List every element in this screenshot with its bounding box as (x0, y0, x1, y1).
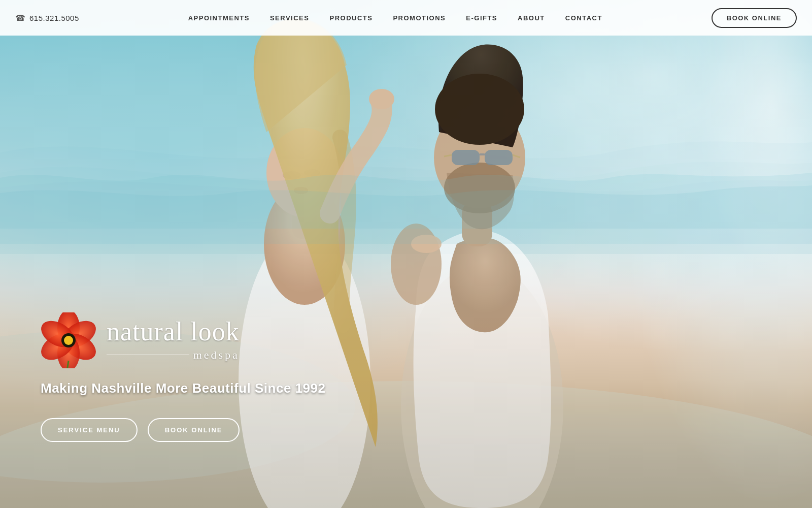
cta-buttons: SERVICE MENU BOOK ONLINE (41, 418, 240, 442)
nav-products[interactable]: PRODUCTS (329, 14, 373, 22)
nav-about[interactable]: ABOUT (518, 14, 545, 22)
svg-rect-16 (452, 150, 480, 165)
site-header: ☎ 615.321.5005 APPOINTMENTS SERVICES PRO… (0, 0, 812, 36)
nav-promotions[interactable]: PROMOTIONS (393, 14, 446, 22)
svg-point-10 (369, 89, 394, 109)
logo-area: natural look medspa Making Nashville Mor… (41, 312, 325, 396)
phone-number: 615.321.5005 (29, 14, 79, 22)
hero-section: natural look medspa Making Nashville Mor… (0, 0, 812, 508)
svg-rect-17 (485, 150, 513, 165)
header-book-online-button[interactable]: BOOK ONLINE (712, 8, 797, 28)
header-left: ☎ 615.321.5005 (15, 13, 79, 23)
logo-row: natural look medspa (41, 312, 240, 368)
nav-services[interactable]: SERVICES (270, 14, 310, 22)
nav-egifts[interactable]: E-GIFTS (466, 14, 497, 22)
logo-sub-text: medspa (193, 348, 240, 362)
poppy-icon (41, 312, 96, 368)
main-nav: APPOINTMENTS SERVICES PRODUCTS PROMOTION… (188, 14, 602, 22)
svg-point-28 (64, 336, 73, 345)
svg-point-15 (435, 74, 524, 145)
svg-rect-18 (479, 153, 485, 155)
service-menu-button[interactable]: SERVICE MENU (41, 418, 138, 442)
book-online-cta-button[interactable]: BOOK ONLINE (148, 418, 240, 442)
hero-tagline: Making Nashville More Beautiful Since 19… (41, 380, 325, 396)
logo-text: natural look medspa (107, 317, 240, 363)
phone-icon: ☎ (15, 13, 25, 23)
logo-brand-name: natural look (107, 317, 240, 346)
logo-divider: medspa (107, 348, 240, 362)
nav-appointments[interactable]: APPOINTMENTS (188, 14, 250, 22)
logo-line-left (107, 355, 189, 355)
nav-contact[interactable]: CONTACT (565, 14, 602, 22)
